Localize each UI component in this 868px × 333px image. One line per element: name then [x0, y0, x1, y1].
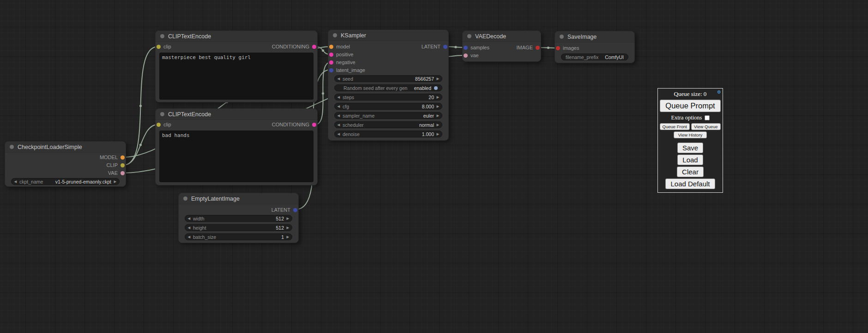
- node-checkpoint-loader-simple[interactable]: CheckpointLoaderSimple MODEL CLIP VAE: [5, 141, 126, 187]
- widget-seed[interactable]: ◀ seed 8566257 ▶: [334, 75, 442, 82]
- node-empty-latent-image[interactable]: EmptyLatentImage LATENT ◀ width 512 ▶ ◀ …: [178, 193, 299, 243]
- input-slot-negative[interactable]: [329, 60, 333, 65]
- view-queue-button[interactable]: View Queue: [691, 123, 721, 130]
- load-button[interactable]: Load: [677, 155, 703, 165]
- output-slot-vae[interactable]: [121, 171, 125, 175]
- link-midpoint-dot: [322, 92, 324, 95]
- clear-button[interactable]: Clear: [677, 166, 704, 177]
- node-title: CLIPTextEncode: [168, 33, 211, 40]
- widget-width[interactable]: ◀ width 512 ▶: [185, 215, 292, 222]
- decrement-arrow-icon[interactable]: ◀: [12, 178, 19, 184]
- collapse-dot[interactable]: [467, 34, 471, 38]
- output-label: CLIP: [107, 163, 118, 168]
- positive-prompt-textarea[interactable]: masterpiece best quality girl: [159, 53, 313, 100]
- collapse-dot[interactable]: [160, 112, 164, 116]
- output-slot-clip[interactable]: [121, 163, 125, 167]
- widget-height[interactable]: ◀ height 512 ▶: [185, 224, 292, 231]
- widget-random-seed-toggle[interactable]: Random seed after every gen enabled: [334, 84, 442, 91]
- increment-arrow-icon[interactable]: ▶: [284, 234, 292, 240]
- node-title-bar[interactable]: VAEDecode: [463, 31, 541, 42]
- output-slot-image[interactable]: [536, 46, 540, 50]
- input-slot-images[interactable]: [556, 46, 560, 50]
- widget-filename-prefix[interactable]: filename_prefix ComfyUI: [561, 54, 628, 60]
- output-label: CONDITIONING: [272, 122, 309, 127]
- queue-front-button[interactable]: Queue Front: [660, 123, 690, 130]
- increment-arrow-icon[interactable]: ▶: [434, 122, 442, 128]
- decrement-arrow-icon[interactable]: ◀: [185, 234, 193, 240]
- decrement-arrow-icon[interactable]: ◀: [335, 76, 343, 82]
- widget-ckpt-name[interactable]: ◀ ckpt_name v1-5-pruned-emaonly.ckpt ▶: [11, 178, 120, 185]
- node-clip-text-encode-positive[interactable]: CLIPTextEncode clip CONDITIONING masterp…: [155, 30, 318, 102]
- output-slot-conditioning[interactable]: [312, 45, 316, 49]
- collapse-dot[interactable]: [160, 34, 164, 38]
- decrement-arrow-icon[interactable]: ◀: [185, 225, 193, 231]
- node-title-bar[interactable]: KSampler: [328, 30, 448, 41]
- widget-denoise[interactable]: ◀ denoise 1.000 ▶: [334, 131, 442, 137]
- input-slot-model[interactable]: [329, 45, 333, 49]
- settings-gear-icon[interactable]: ⚙: [717, 89, 721, 95]
- increment-arrow-icon[interactable]: ▶: [284, 225, 292, 231]
- decrement-arrow-icon[interactable]: ◀: [335, 122, 343, 128]
- input-slot-clip[interactable]: [157, 123, 161, 127]
- output-slot-latent[interactable]: [443, 45, 447, 49]
- view-history-button[interactable]: View History: [674, 131, 707, 138]
- input-slot-positive[interactable]: [329, 53, 333, 57]
- load-default-button[interactable]: Load Default: [665, 178, 715, 189]
- node-clip-text-encode-negative[interactable]: CLIPTextEncode clip CONDITIONING bad han…: [155, 108, 318, 185]
- decrement-arrow-icon[interactable]: ◀: [335, 94, 343, 100]
- input-slot-clip[interactable]: [157, 45, 161, 49]
- save-button[interactable]: Save: [677, 143, 703, 153]
- widget-value: enabled: [414, 85, 431, 91]
- queue-prompt-button[interactable]: Queue Prompt: [660, 100, 721, 112]
- increment-arrow-icon[interactable]: ▶: [434, 76, 442, 82]
- extra-options-checkbox[interactable]: [705, 115, 710, 120]
- node-title-bar[interactable]: CLIPTextEncode: [156, 109, 317, 120]
- collapse-dot[interactable]: [333, 33, 337, 37]
- output-label: CONDITIONING: [272, 44, 309, 49]
- graph-canvas[interactable]: CheckpointLoaderSimple MODEL CLIP VAE: [0, 0, 868, 333]
- decrement-arrow-icon[interactable]: ◀: [335, 103, 343, 109]
- increment-arrow-icon[interactable]: ▶: [434, 103, 442, 109]
- output-slot-latent[interactable]: [293, 208, 297, 212]
- output-label: LATENT: [271, 208, 290, 213]
- increment-arrow-icon[interactable]: ▶: [434, 113, 442, 119]
- negative-prompt-textarea[interactable]: bad hands: [159, 131, 313, 182]
- node-title-bar[interactable]: CLIPTextEncode: [156, 31, 317, 42]
- node-title-bar[interactable]: CheckpointLoaderSimple: [5, 142, 126, 153]
- node-title-bar[interactable]: SaveImage: [555, 31, 634, 42]
- widget-value: euler: [423, 113, 434, 119]
- widget-steps[interactable]: ◀ steps 20 ▶: [334, 94, 442, 101]
- increment-arrow-icon[interactable]: ▶: [284, 215, 292, 221]
- output-slot-model[interactable]: [121, 155, 125, 160]
- widget-cfg[interactable]: ◀ cfg 8.000 ▶: [334, 103, 442, 110]
- output-label: VAE: [108, 171, 118, 176]
- collapse-dot[interactable]: [560, 35, 564, 39]
- decrement-arrow-icon[interactable]: ◀: [185, 215, 193, 221]
- decrement-arrow-icon[interactable]: ◀: [335, 131, 343, 137]
- collapse-dot[interactable]: [10, 145, 14, 149]
- input-slot-samples[interactable]: [464, 46, 468, 50]
- input-slot-vae[interactable]: [464, 54, 468, 58]
- input-label: vae: [470, 53, 479, 58]
- widget-scheduler[interactable]: ◀ scheduler normal ▶: [334, 121, 442, 128]
- input-label: samples: [470, 45, 489, 50]
- input-slot-latent-image[interactable]: [329, 68, 333, 72]
- increment-arrow-icon[interactable]: ▶: [434, 94, 442, 100]
- toggle-on-indicator[interactable]: [434, 86, 438, 90]
- widget-batch-size[interactable]: ◀ batch_size 1 ▶: [185, 233, 292, 240]
- increment-arrow-icon[interactable]: ▶: [434, 131, 442, 137]
- decrement-arrow-icon[interactable]: ◀: [335, 113, 343, 119]
- widget-sampler-name[interactable]: ◀ sampler_name euler ▶: [334, 112, 442, 119]
- node-ksampler[interactable]: KSampler model LATENT positive: [328, 30, 449, 141]
- node-title: SaveImage: [567, 34, 597, 40]
- widget-value: 512: [276, 216, 284, 221]
- node-title-bar[interactable]: EmptyLatentImage: [179, 193, 298, 204]
- widget-label: cfg: [343, 104, 349, 109]
- output-slot-conditioning[interactable]: [312, 123, 316, 127]
- increment-arrow-icon[interactable]: ▶: [111, 178, 119, 184]
- node-vae-decode[interactable]: VAEDecode samples IMAGE vae: [462, 30, 541, 62]
- collapse-dot[interactable]: [183, 196, 187, 201]
- output-label: IMAGE: [517, 45, 533, 50]
- widget-label: ckpt_name: [19, 179, 43, 184]
- node-save-image[interactable]: SaveImage images filename_prefix ComfyUI: [555, 31, 635, 63]
